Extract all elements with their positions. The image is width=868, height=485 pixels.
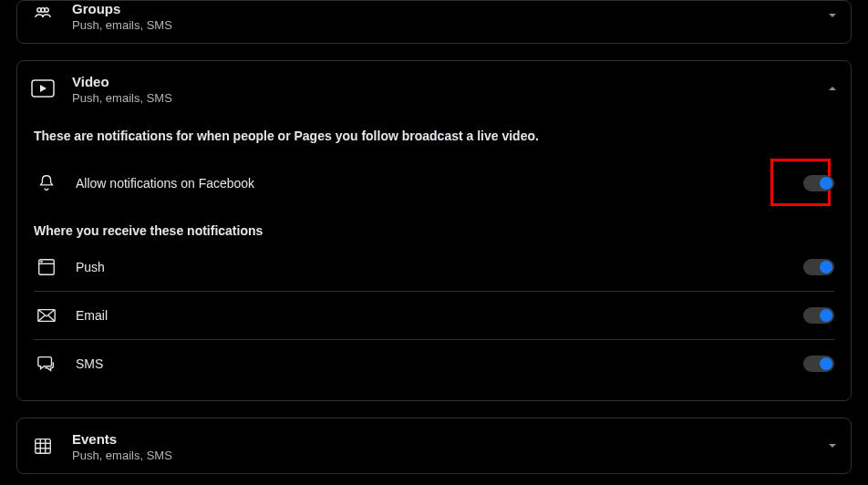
chevron-down-icon bbox=[827, 8, 838, 19]
push-icon bbox=[34, 254, 59, 280]
email-label: Email bbox=[76, 308, 803, 323]
video-icon bbox=[30, 76, 56, 101]
email-row: Email bbox=[34, 292, 834, 340]
email-icon bbox=[34, 303, 59, 328]
video-body: These are notifications for when people … bbox=[17, 129, 851, 400]
groups-title: Groups bbox=[72, 1, 827, 16]
groups-icon bbox=[30, 3, 56, 28]
groups-header-text: Groups Push, emails, SMS bbox=[72, 1, 827, 32]
email-toggle[interactable] bbox=[803, 307, 834, 324]
allow-notifications-toggle[interactable] bbox=[803, 175, 834, 191]
push-row: Push bbox=[34, 243, 834, 292]
chevron-down-icon bbox=[827, 439, 838, 449]
video-header[interactable]: Video Push, emails, SMS bbox=[17, 61, 851, 116]
sms-row: SMS bbox=[34, 340, 834, 387]
groups-header[interactable]: Groups Push, emails, SMS bbox=[17, 1, 851, 43]
receive-heading: Where you receive these notifications bbox=[34, 223, 834, 238]
events-header[interactable]: Events Push, emails, SMS bbox=[17, 418, 851, 473]
sms-label: SMS bbox=[76, 356, 803, 371]
events-subtitle: Push, emails, SMS bbox=[72, 449, 827, 462]
push-toggle[interactable] bbox=[803, 259, 834, 275]
sms-icon bbox=[34, 351, 59, 377]
svg-point-6 bbox=[41, 261, 42, 262]
calendar-icon bbox=[30, 433, 56, 459]
push-label: Push bbox=[76, 260, 803, 274]
allow-notifications-row: Allow notifications on Facebook bbox=[34, 160, 834, 207]
events-header-text: Events Push, emails, SMS bbox=[72, 431, 827, 462]
video-title: Video bbox=[72, 74, 827, 89]
sms-toggle[interactable] bbox=[803, 356, 834, 372]
groups-card[interactable]: Groups Push, emails, SMS bbox=[16, 0, 852, 44]
video-subtitle: Push, emails, SMS bbox=[72, 91, 827, 105]
groups-subtitle: Push, emails, SMS bbox=[72, 18, 827, 32]
events-card[interactable]: Events Push, emails, SMS bbox=[16, 418, 852, 474]
svg-rect-8 bbox=[36, 439, 51, 454]
events-title: Events bbox=[72, 431, 827, 447]
chevron-up-icon bbox=[827, 81, 838, 92]
bell-icon bbox=[34, 170, 59, 196]
video-card: Video Push, emails, SMS These are notifi… bbox=[16, 60, 852, 401]
allow-notifications-label: Allow notifications on Facebook bbox=[76, 176, 803, 191]
video-description: These are notifications for when people … bbox=[34, 129, 834, 143]
video-header-text: Video Push, emails, SMS bbox=[72, 74, 827, 105]
svg-point-2 bbox=[41, 8, 45, 12]
